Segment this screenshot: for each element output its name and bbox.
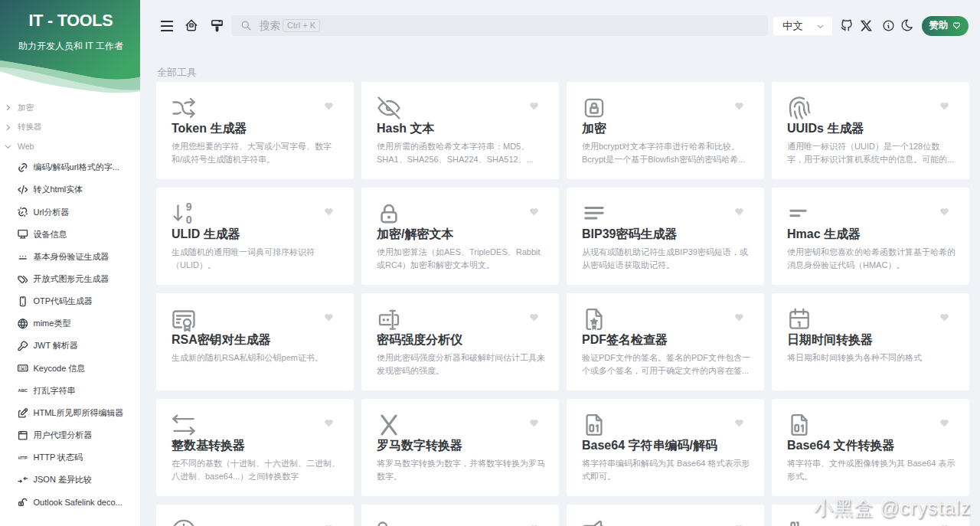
svg-text:HTTP: HTTP <box>18 456 27 460</box>
svg-text:0: 0 <box>185 213 191 225</box>
svg-text:9: 9 <box>185 201 191 213</box>
svg-text:ABC: ABC <box>18 388 28 393</box>
